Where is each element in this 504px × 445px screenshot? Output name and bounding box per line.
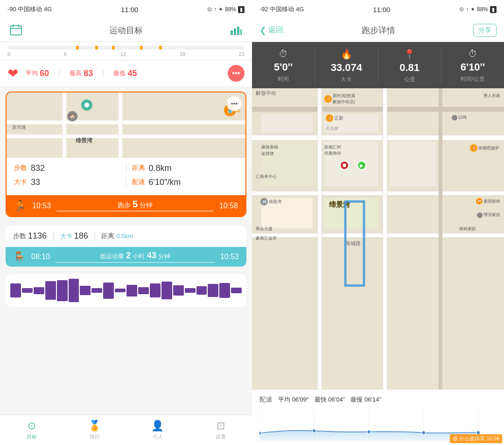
left-panel: -90 中国移动 4G 11:00 ⊙ ↑ ✦ 88% ▮ 运动目标 (0, 0, 252, 445)
pace-icon: ⏱ (468, 49, 477, 59)
profile-icon: 👤 (151, 420, 164, 432)
graph-bar-10 (115, 289, 126, 292)
goals-label: 目标 (27, 433, 37, 440)
sed-steps: 步数 1136 (13, 231, 47, 241)
pace-avg-label: 平均 (278, 396, 290, 403)
pace-label: 配速 (132, 178, 145, 186)
tab-goals[interactable]: ⊙ 目标 (0, 420, 63, 440)
profile-label: 个人 (153, 433, 163, 440)
share-button[interactable]: 分享 (473, 24, 497, 37)
sed-unit1: 小时 (133, 253, 145, 260)
sed-label-text: 低运动量 (100, 253, 124, 260)
road-v2 (119, 92, 122, 158)
tl-6: 6 (64, 51, 67, 57)
time-right: 11:00 (373, 6, 391, 14)
bt-icon-r: ✦ (470, 6, 475, 13)
steps-stat: 步数 832 (14, 163, 120, 173)
max-heart: 最高 83 (70, 69, 93, 78)
route-svg (252, 88, 504, 389)
nav-bar-left: 运动目标 (0, 19, 252, 42)
svg-rect-0 (10, 26, 21, 35)
max-label: 最高 (70, 69, 82, 78)
pace-slow-label: 最慢 (350, 396, 363, 403)
chart-icon[interactable] (228, 22, 245, 39)
pace-slow: 最慢 06'14" (350, 396, 381, 404)
tl-18: 18 (180, 51, 185, 57)
stat-calories: 🔥 33.074 大卡 (315, 49, 378, 84)
graph-bar-16 (185, 288, 196, 293)
settings-icon: ⊡ (217, 420, 225, 432)
distance-stat: 距离 0.8km (132, 163, 238, 173)
status-bar-left: -90 中国移动 4G 11:00 ⊙ ↑ ✦ 88% ▮ (0, 0, 252, 19)
road-h2 (7, 134, 245, 138)
run-label-text: 跑步 5 分钟 (56, 199, 214, 210)
graph-bar-15 (173, 285, 184, 296)
stat-row-1: 步数 832 距离 0.8km (14, 162, 238, 174)
graph-bar-9 (103, 283, 114, 299)
start-dot (343, 163, 346, 167)
stat-cal-value: 33.074 (331, 62, 362, 74)
svg-point-8 (259, 431, 261, 435)
tl-23: 23 (239, 51, 245, 57)
right-nav-title: 跑步详情 (283, 25, 473, 36)
svg-rect-7 (240, 29, 242, 35)
stat-time-label: 时间 (278, 75, 289, 83)
road-v1 (63, 92, 66, 158)
card-more-btn[interactable]: ••• (227, 96, 242, 111)
back-button[interactable]: ❮ 返回 (259, 25, 283, 35)
bluetooth-icon: ✦ (218, 6, 223, 13)
sed-center: 低运动量 2 小时 43 分钟 (56, 251, 215, 263)
sed-cal-value: 186 (74, 231, 88, 241)
avg-label: 平均 (26, 69, 38, 78)
tl-12: 12 (120, 51, 126, 57)
pace-value: 6'10"/km (149, 177, 181, 187)
avg-heart: 平均 60 (26, 69, 49, 78)
bat-icon-r: ▮ (490, 6, 497, 13)
back-label: 返回 (268, 25, 283, 35)
stat-div-2 (126, 177, 126, 188)
stat-distance: 📍 0.81 公里 (378, 49, 441, 84)
stat-time: ⏱ 5'0'' 时间 (252, 49, 315, 84)
sed-cal-label: 大卡 (60, 232, 72, 240)
pace-fast-label: 最快 (315, 396, 327, 403)
tab-profile[interactable]: 👤 个人 (126, 420, 189, 440)
pace-avg-value: 06'09" (292, 396, 309, 403)
graph-bar-19 (219, 283, 230, 298)
graph-bar-1 (10, 283, 21, 297)
map-container: 解放中街 南城路 天九街 🍴 新时润(慈溪解放中街店) 🍴 正新 麻辣香锅 姿西… (252, 88, 504, 389)
ranking-icon: 🏅 (88, 420, 101, 432)
calendar-icon[interactable] (7, 22, 24, 39)
battery-left: ⊙ ↑ ✦ 88% ▮ (207, 6, 245, 13)
route-start-marker (340, 161, 349, 170)
sed-steps-value: 1136 (28, 231, 47, 241)
map-label-dijingwan: 缔景湾 (76, 137, 92, 145)
chevron-left-icon: ❮ (259, 25, 266, 35)
stat-div-1 (126, 162, 126, 174)
sed-time-start: 08:10 (31, 253, 50, 261)
sed-steps-label: 步数 (13, 232, 26, 240)
graph-bar-5 (57, 280, 68, 301)
sed-distance: 距离 0.5km (101, 232, 133, 240)
marker-1 (76, 46, 79, 49)
steps-value: 832 (31, 163, 45, 173)
more-button[interactable]: ••• (228, 65, 245, 82)
min-label: 最低 (113, 69, 126, 78)
svg-rect-4 (231, 30, 233, 35)
graph-bar-13 (150, 283, 161, 297)
road-label-1: 新市路 (12, 124, 26, 131)
graph-bar-7 (80, 286, 91, 295)
ranking-label: 排行 (90, 433, 100, 440)
tl-0: 0 (7, 51, 10, 57)
graph-bar-12 (138, 287, 149, 294)
graph-bar-14 (161, 282, 172, 299)
signal-left: -90 中国移动 4G (7, 5, 52, 14)
max-value: 83 (84, 69, 93, 78)
run-label: 跑步 (118, 201, 131, 209)
stats-header: ⏱ 5'0'' 时间 🔥 33.074 大卡 📍 0.81 公里 ⏱ 6'10'… (252, 42, 504, 88)
tab-ranking[interactable]: 🏅 排行 (63, 420, 126, 440)
marker-4 (140, 46, 143, 49)
location-icon: ⊙ (207, 6, 212, 13)
tab-settings[interactable]: ⊡ 设置 (189, 420, 252, 440)
timeline-bar (7, 46, 245, 49)
pin-inner (84, 103, 89, 107)
